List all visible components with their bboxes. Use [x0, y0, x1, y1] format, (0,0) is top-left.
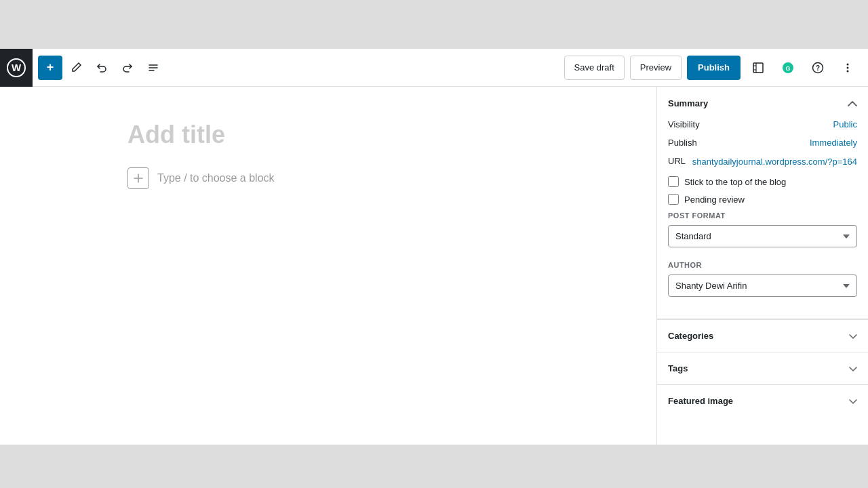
tags-title: Tags [668, 363, 688, 373]
categories-chevron-icon [849, 331, 857, 341]
block-placeholder-text: Type / to choose a block [157, 172, 275, 184]
svg-point-5 [847, 63, 849, 65]
editor-inner: Type / to choose a block [111, 87, 545, 222]
visibility-row: Visibility Public [668, 119, 857, 129]
toolbar-left-actions: + [33, 56, 556, 80]
help-button[interactable]: ? [806, 56, 830, 80]
summary-collapse-icon [848, 98, 857, 108]
editor-content-area[interactable]: Type / to choose a block [0, 87, 656, 445]
preview-button[interactable]: Preview [630, 56, 682, 80]
post-format-section: POST FORMAT Standard Aside Chat Gallery … [668, 211, 857, 258]
url-value[interactable]: shantydailyjournal.wordpress.com/?p=164 [692, 156, 857, 168]
pending-review-row: Pending review [668, 194, 857, 205]
stick-to-top-label: Stick to the top of the blog [684, 177, 786, 187]
bottom-gray-bar [0, 445, 868, 488]
author-select[interactable]: Shanty Dewi Arifin [668, 274, 857, 297]
publish-button[interactable]: Publish [687, 56, 741, 80]
pending-review-label: Pending review [684, 195, 745, 205]
post-format-label: POST FORMAT [668, 211, 857, 220]
chevron-down-icon-featured [849, 399, 857, 404]
grammarly-icon: G [782, 62, 794, 74]
stick-to-top-row: Stick to the top of the blog [668, 176, 857, 187]
visibility-label: Visibility [668, 119, 700, 129]
undo-button[interactable] [90, 56, 114, 80]
featured-image-chevron-icon [849, 396, 857, 406]
undo-icon [96, 62, 108, 74]
svg-rect-0 [753, 63, 763, 73]
author-section: AUTHOR Shanty Dewi Arifin [668, 261, 857, 308]
redo-icon [121, 62, 134, 74]
categories-title: Categories [668, 331, 713, 341]
list-view-icon [147, 62, 159, 74]
post-format-select[interactable]: Standard Aside Chat Gallery Link Image Q… [668, 225, 857, 247]
fullscreen-button[interactable] [746, 56, 770, 80]
plus-icon [134, 174, 143, 183]
svg-point-7 [847, 70, 849, 72]
author-label: AUTHOR [668, 261, 857, 269]
featured-image-section-header[interactable]: Featured image [657, 384, 868, 417]
tags-section-header[interactable]: Tags [657, 352, 868, 384]
summary-section-header[interactable]: Summary [657, 87, 868, 119]
wordpress-logo[interactable]: W [0, 49, 33, 87]
visibility-value[interactable]: Public [833, 119, 857, 129]
summary-section-body: Visibility Public Publish Immediately UR… [657, 119, 868, 319]
grammarly-button[interactable]: G [776, 56, 800, 80]
sidebar-panel: Post Block Summary Visibility [656, 49, 868, 445]
block-placeholder-area: Type / to choose a block [127, 167, 529, 189]
toolbar-right-actions: Save draft Preview Publish G ? [556, 56, 868, 80]
fullscreen-icon [752, 62, 764, 74]
wp-logo-circle: W [7, 58, 26, 77]
tags-chevron-icon [849, 364, 857, 373]
chevron-up-icon [848, 101, 857, 106]
chevron-down-icon [849, 334, 857, 339]
sidebar-content: Summary Visibility Public Publish Immedi… [657, 87, 868, 417]
add-block-inline-button[interactable] [127, 167, 149, 189]
save-draft-button[interactable]: Save draft [564, 56, 625, 80]
toolbar: W + Save draft [0, 49, 868, 87]
svg-point-6 [847, 66, 849, 68]
redo-button[interactable] [115, 56, 140, 80]
publish-value[interactable]: Immediately [810, 138, 857, 148]
categories-section-header[interactable]: Categories [657, 319, 868, 352]
publish-row: Publish Immediately [668, 138, 857, 148]
summary-title: Summary [668, 98, 708, 108]
pencil-button[interactable] [64, 56, 88, 80]
more-options-button[interactable] [835, 56, 860, 80]
add-block-toolbar-button[interactable]: + [38, 56, 62, 80]
post-title-input[interactable] [127, 119, 529, 151]
list-view-button[interactable] [141, 56, 165, 80]
url-label: URL [668, 156, 686, 166]
featured-image-title: Featured image [668, 396, 733, 406]
chevron-down-icon-tags [849, 367, 857, 371]
publish-label: Publish [668, 138, 697, 148]
help-icon: ? [812, 62, 824, 74]
svg-text:?: ? [816, 64, 820, 72]
pencil-icon [70, 62, 82, 74]
stick-to-top-checkbox[interactable] [668, 176, 679, 187]
svg-text:G: G [785, 65, 790, 72]
top-gray-bar [0, 0, 868, 49]
url-row: URL shantydailyjournal.wordpress.com/?p=… [668, 156, 857, 168]
summary-section: Summary Visibility Public Publish Immedi… [657, 87, 868, 319]
wp-logo-letter: W [12, 62, 21, 73]
more-options-icon [842, 62, 854, 74]
pending-review-checkbox[interactable] [668, 194, 679, 205]
